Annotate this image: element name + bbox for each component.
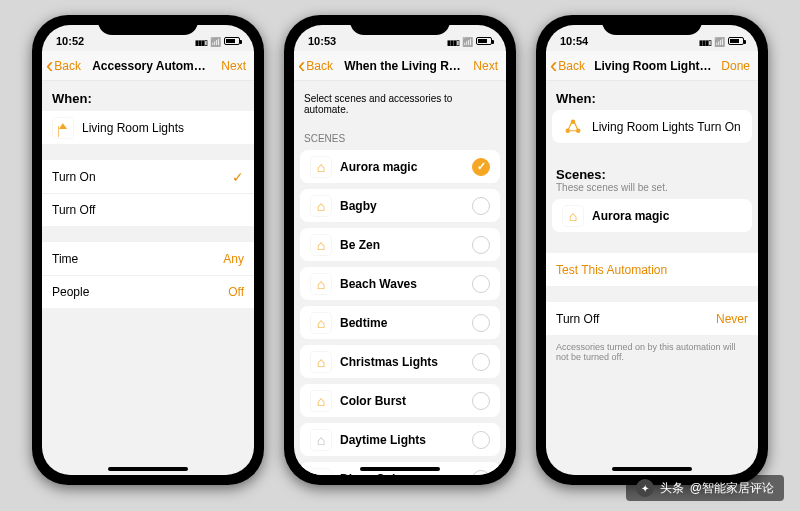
accessory-row[interactable]: Living Room Lights bbox=[42, 111, 254, 144]
house-icon bbox=[310, 234, 332, 256]
house-icon bbox=[562, 205, 584, 227]
nav-title: Accessory Automation bbox=[92, 59, 210, 73]
house-icon bbox=[310, 156, 332, 178]
phone-3: 10:54 Back Living Room Lights Turn On Do… bbox=[536, 15, 768, 485]
home-indicator[interactable] bbox=[360, 467, 440, 471]
done-button[interactable]: Done bbox=[721, 59, 750, 73]
house-icon bbox=[310, 468, 332, 476]
radio-unselected-icon bbox=[472, 197, 490, 215]
scenes-header: SCENES bbox=[294, 121, 506, 150]
avatar-icon: ✦ bbox=[636, 479, 654, 497]
house-icon bbox=[310, 351, 332, 373]
scene-row[interactable]: Be Zen bbox=[300, 228, 500, 261]
wifi-icon bbox=[714, 35, 725, 47]
wifi-icon bbox=[462, 35, 473, 47]
watermark: ✦ 头条 @智能家居评论 bbox=[626, 475, 784, 501]
svg-point-2 bbox=[577, 129, 580, 132]
scene-row[interactable]: Daytime Lights bbox=[300, 423, 500, 456]
battery-icon bbox=[728, 37, 744, 45]
cellular-icon bbox=[447, 35, 459, 47]
notch bbox=[98, 15, 198, 35]
scene-row[interactable]: Bedtime bbox=[300, 306, 500, 339]
house-icon bbox=[310, 429, 332, 451]
radio-selected-icon bbox=[472, 158, 490, 176]
home-indicator[interactable] bbox=[612, 467, 692, 471]
back-button[interactable]: Back bbox=[550, 59, 585, 73]
house-icon bbox=[310, 390, 332, 412]
radio-unselected-icon bbox=[472, 392, 490, 410]
scenes-header: Scenes: bbox=[546, 157, 758, 182]
checkmark-icon bbox=[232, 169, 244, 185]
phone-2: 10:53 Back When the Living Room Light… N… bbox=[284, 15, 516, 485]
clock: 10:54 bbox=[560, 35, 588, 47]
nav-bar: Back When the Living Room Light… Next bbox=[294, 51, 506, 81]
when-header: When: bbox=[546, 81, 758, 110]
automation-icon bbox=[562, 116, 584, 138]
nav-bar: Back Living Room Lights Turn On Done bbox=[546, 51, 758, 81]
scenes-subtext: These scenes will be set. bbox=[546, 182, 758, 199]
watermark-name: @智能家居评论 bbox=[690, 480, 774, 497]
test-automation-button[interactable]: Test This Automation bbox=[546, 253, 758, 286]
selected-scene-row[interactable]: Aurora magic bbox=[552, 199, 752, 232]
footnote-text: Accessories turned on by this automation… bbox=[546, 336, 758, 368]
svg-point-1 bbox=[566, 129, 569, 132]
accessory-name: Living Room Lights bbox=[82, 121, 244, 135]
condition-time[interactable]: Time Any bbox=[42, 242, 254, 275]
wifi-icon bbox=[210, 35, 221, 47]
house-icon bbox=[310, 195, 332, 217]
home-indicator[interactable] bbox=[108, 467, 188, 471]
radio-unselected-icon bbox=[472, 275, 490, 293]
lamp-icon bbox=[52, 117, 74, 139]
notch bbox=[602, 15, 702, 35]
scene-row[interactable]: Color Burst bbox=[300, 384, 500, 417]
trigger-turn-on[interactable]: Turn On bbox=[42, 160, 254, 193]
trigger-summary-row[interactable]: Living Room Lights Turn On bbox=[552, 110, 752, 143]
nav-title: Living Room Lights Turn On bbox=[594, 59, 712, 73]
when-header: When: bbox=[42, 81, 254, 110]
condition-people[interactable]: People Off bbox=[42, 275, 254, 308]
back-button[interactable]: Back bbox=[298, 59, 333, 73]
next-button[interactable]: Next bbox=[473, 59, 498, 73]
cellular-icon bbox=[195, 35, 207, 47]
clock: 10:52 bbox=[56, 35, 84, 47]
next-button[interactable]: Next bbox=[221, 59, 246, 73]
radio-unselected-icon bbox=[472, 470, 490, 476]
house-icon bbox=[310, 312, 332, 334]
house-icon bbox=[310, 273, 332, 295]
radio-unselected-icon bbox=[472, 353, 490, 371]
watermark-prefix: 头条 bbox=[660, 480, 684, 497]
instruction-text: Select scenes and accessories to automat… bbox=[294, 81, 506, 121]
scene-row[interactable]: Christmas Lights bbox=[300, 345, 500, 378]
radio-unselected-icon bbox=[472, 431, 490, 449]
cellular-icon bbox=[699, 35, 711, 47]
back-button[interactable]: Back bbox=[46, 59, 81, 73]
scene-row[interactable]: Aurora magic bbox=[300, 150, 500, 183]
nav-title: When the Living Room Light… bbox=[344, 59, 462, 73]
nav-bar: Back Accessory Automation Next bbox=[42, 51, 254, 81]
battery-icon bbox=[476, 37, 492, 45]
scene-row[interactable]: Beach Waves bbox=[300, 267, 500, 300]
phone-1: 10:52 Back Accessory Automation Next Whe… bbox=[32, 15, 264, 485]
battery-icon bbox=[224, 37, 240, 45]
radio-unselected-icon bbox=[472, 236, 490, 254]
clock: 10:53 bbox=[308, 35, 336, 47]
notch bbox=[350, 15, 450, 35]
turn-off-row[interactable]: Turn Off Never bbox=[546, 302, 758, 335]
radio-unselected-icon bbox=[472, 314, 490, 332]
trigger-turn-off[interactable]: Turn Off bbox=[42, 193, 254, 226]
scene-row[interactable]: Bagby bbox=[300, 189, 500, 222]
